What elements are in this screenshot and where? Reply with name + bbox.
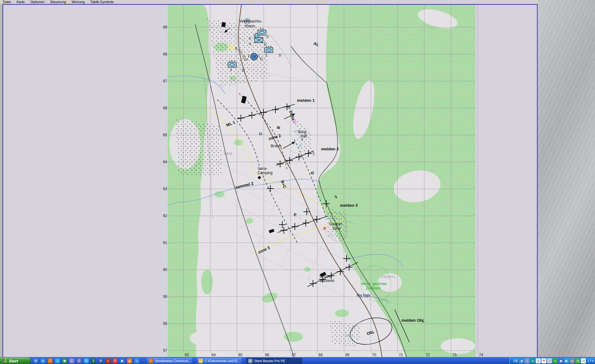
map-label: Weihnachts- — [240, 19, 262, 23]
task-icon: ✈ — [248, 359, 252, 363]
word-icon[interactable]: W — [98, 358, 103, 363]
unit-symbol-infantry[interactable] — [255, 38, 263, 43]
task-button-1[interactable]: fSteelbeasts Communi... — [147, 358, 192, 364]
map-label: 4 — [249, 42, 251, 46]
tray-app-icon[interactable]: i — [524, 358, 529, 363]
grid-col-label: 71 — [399, 353, 403, 357]
map-label: 2 — [288, 105, 290, 110]
winamp-icon[interactable]: λ — [105, 358, 110, 363]
control-panel: Test Partei BLAU Partei ROT Kartentyp Ge… — [538, 0, 595, 357]
task-label: Steel Beasts Pro PE — [254, 359, 285, 363]
grid-col-label: 73 — [452, 353, 457, 357]
opera-icon[interactable]: O — [113, 358, 118, 363]
grid-row-label: 65 — [163, 133, 167, 137]
usb-icon[interactable]: ⊟ — [575, 358, 580, 363]
task-label: Steelbeasts Communi... — [155, 359, 191, 363]
map-label: 6 — [235, 46, 237, 51]
taskbar: Start ✉eft◉☾ΩSXWλO▶▲♪ fSteelbeasts Commu… — [0, 357, 595, 364]
task-button-2[interactable]: ▭C:\Dokumente und Ei... — [197, 358, 242, 364]
language-indicator[interactable]: DE — [513, 359, 518, 363]
map-label: melden 2 — [321, 147, 339, 151]
map-label: Lana- — [258, 166, 268, 171]
map-label: Camping — [258, 171, 273, 175]
menu-item-karte[interactable]: Karte — [14, 0, 28, 4]
task-button-3[interactable]: ✈Steel Beasts Pro PE — [246, 358, 302, 364]
menu-item-taktiksymbole[interactable]: Taktik-Symbole — [88, 0, 117, 4]
clock: 17:4 — [587, 359, 594, 363]
moon-app-icon[interactable]: ☾ — [69, 358, 74, 363]
windows-flag-icon — [2, 359, 7, 363]
task-label: C:\Dokumente und Ei... — [205, 359, 240, 363]
grid-col-label: 70 — [372, 353, 376, 357]
map-label: bäckerei — [320, 278, 334, 283]
map-window[interactable]: 6968676665646362616059585763646566676869… — [3, 4, 538, 358]
menu-item-wertung[interactable]: Wertung — [69, 0, 87, 4]
grid-row-label: 59 — [163, 294, 167, 299]
map-label: Gargon- — [329, 222, 343, 226]
collapse-chevron-icon[interactable]: ◀ — [519, 358, 524, 363]
grid-row-label: 62 — [163, 214, 167, 218]
grid-col-label: 68 — [319, 353, 323, 357]
swoosh-icon[interactable]: ∿ — [553, 358, 558, 363]
grid-col-label: 63 — [185, 353, 189, 357]
map-label: D — [279, 53, 281, 57]
map-label: Lana — [224, 151, 232, 156]
map-label: 5 — [249, 37, 251, 40]
map-label: Zivilisten — [366, 286, 381, 290]
grid-row-label: 60 — [163, 268, 167, 272]
avira-umbrella-icon[interactable]: ☂ — [541, 358, 546, 363]
map-label: Via Nals — [357, 293, 370, 298]
map-label: melden 1 — [297, 98, 315, 103]
grid-row-label: 66 — [163, 106, 167, 110]
grid-col-label: 74 — [479, 353, 483, 357]
start-button[interactable]: Start — [0, 357, 30, 364]
grid-row-label: 58 — [163, 321, 167, 326]
map-label: Burg- — [298, 130, 307, 134]
menu-item-optionen[interactable]: Optionen — [28, 0, 47, 4]
map-label: 2 — [265, 53, 267, 57]
grid-col-label: 72 — [426, 353, 430, 357]
menu-item-steuerung[interactable]: Steuerung — [47, 0, 69, 4]
messenger-icon[interactable]: ✉ — [33, 358, 38, 363]
headphones-icon[interactable]: Ω — [77, 358, 82, 363]
system-tray: DE ◀i↻Z☂◔∿▣◧◎⊟V2 17:4 — [509, 357, 595, 364]
skype-icon[interactable]: S — [84, 358, 89, 363]
thunderbird-icon[interactable]: t — [55, 358, 60, 363]
map-label: D — [242, 68, 244, 72]
grid-col-label: 64 — [211, 353, 216, 357]
vlc-icon[interactable]: ▲ — [127, 358, 132, 363]
map-label: mann — [245, 23, 255, 28]
grid-row-label: 68 — [163, 52, 167, 56]
grid-row-label: 67 — [163, 79, 167, 83]
menu-bar: DateiKarteOptionenSteuerungWertungTaktik… — [0, 0, 595, 4]
mediaplayer-icon[interactable]: ▶ — [120, 358, 125, 363]
tactical-map[interactable]: 6968676665646362616059585763646566676869… — [3, 5, 537, 357]
v2-antivirus-icon[interactable]: V2 — [581, 358, 586, 363]
map-label: D — [264, 42, 267, 46]
map-label: melden Obj. — [401, 318, 425, 323]
excel-icon[interactable]: X — [91, 358, 96, 363]
display-icon[interactable]: ◧ — [564, 358, 569, 363]
grid-row-label: 63 — [163, 187, 167, 191]
sync-icon[interactable]: ↻ — [530, 358, 535, 363]
map-label: Nals — [345, 334, 353, 338]
zonealarm-icon[interactable]: Z — [536, 358, 541, 363]
grid-col-label: 69 — [345, 353, 350, 357]
map-label: zone — [332, 226, 341, 231]
network-icon[interactable]: ▣ — [558, 358, 563, 363]
spiral-icon[interactable]: ◎ — [570, 358, 575, 363]
menu-item-datei[interactable]: Datei — [0, 0, 14, 4]
map-label: P — [294, 213, 296, 217]
firefox-icon[interactable]: f — [48, 358, 53, 363]
map-label: melden 3 — [340, 203, 358, 208]
clock-app-icon[interactable]: ◔ — [547, 358, 552, 363]
grid-col-label: 67 — [292, 353, 296, 357]
map-label: D — [266, 35, 269, 39]
grid-col-label: 66 — [265, 353, 269, 357]
map-label: Vilpiano — [381, 274, 395, 279]
webcam-icon[interactable]: ◉ — [62, 358, 67, 363]
ie-icon[interactable]: e — [40, 358, 45, 363]
grid-col-label: 65 — [238, 353, 243, 357]
itunes-icon[interactable]: ♪ — [134, 358, 139, 363]
grid-row-label: 64 — [163, 160, 167, 164]
